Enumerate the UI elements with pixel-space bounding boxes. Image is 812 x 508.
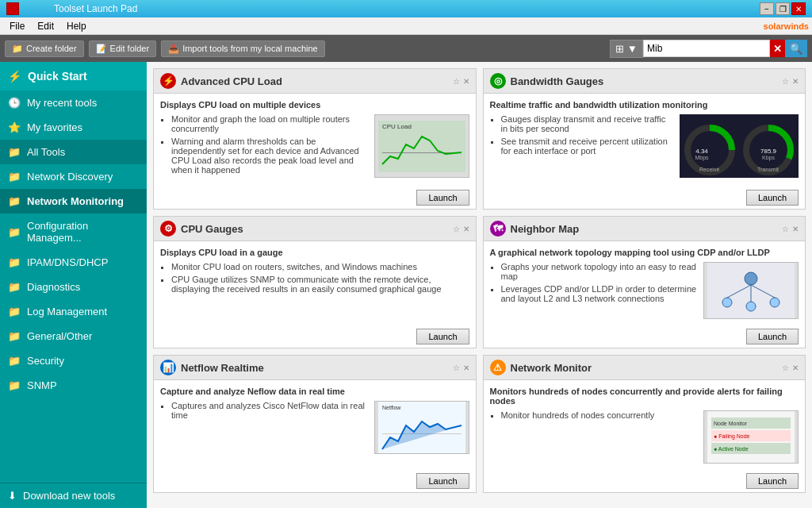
sidebar-item-security[interactable]: 📁 Security	[0, 348, 147, 373]
create-folder-button[interactable]: 📁 Create folder	[5, 40, 84, 57]
menu-edit[interactable]: Edit	[31, 19, 60, 33]
card-header-netflow: 📊 Netflow Realtime ☆ ✕	[154, 356, 476, 380]
star-icon[interactable]: ☆	[453, 225, 460, 233]
sidebar-bottom: ⬇ Download new tools	[0, 483, 147, 508]
toolbar: 📁 Create folder 📝 Edit folder 📥 Import t…	[0, 35, 812, 62]
svg-text:Node Monitor: Node Monitor	[714, 421, 748, 426]
quick-start-header[interactable]: ⚡ Quick Start	[0, 62, 147, 90]
sidebar-item-general[interactable]: 📁 General/Other	[0, 324, 147, 348]
import-tools-button[interactable]: 📥 Import tools from my local machine	[161, 40, 325, 57]
titlebar: Toolset Launch Pad − ❐ ✕	[0, 0, 812, 17]
close-icon[interactable]: ✕	[463, 364, 469, 372]
launch-bandwidth-button[interactable]: Launch	[746, 190, 799, 206]
sidebar-item-snmp[interactable]: 📁 SNMP	[0, 373, 147, 398]
svg-text:Kbps: Kbps	[762, 155, 775, 161]
launch-netflow-button[interactable]: Launch	[416, 473, 469, 489]
star-icon[interactable]: ☆	[782, 225, 789, 233]
network-monitor-icon: ⚠	[490, 360, 506, 375]
search-input[interactable]	[643, 40, 770, 57]
close-icon[interactable]: ✕	[792, 225, 799, 233]
launch-network-monitor-button[interactable]: Launch	[746, 473, 799, 489]
edit-folder-button[interactable]: 📝 Edit folder	[89, 40, 157, 57]
snmp-icon: 📁	[8, 379, 21, 391]
close-icon[interactable]: ✕	[792, 364, 799, 372]
tool-card-network-monitor: ⚠ Network Monitor ☆ ✕ Monitors hundreds …	[483, 355, 806, 493]
card-subtitle: Realtime traffic and bandwidth utilizati…	[490, 100, 799, 110]
star-icon[interactable]: ☆	[453, 364, 460, 372]
card-body-bandwidth: Realtime traffic and bandwidth utilizati…	[484, 94, 806, 187]
card-body-cpu-load: Displays CPU load on multiple devices Mo…	[154, 94, 476, 187]
card-subtitle: Capture and analyze Neflow data in real …	[160, 387, 469, 396]
menubar: File Edit Help solarwinds	[0, 17, 812, 35]
card-subtitle: Displays CPU load on multiple devices	[160, 100, 469, 110]
diagnostics-icon: 📁	[8, 281, 21, 293]
general-icon: 📁	[8, 330, 21, 342]
svg-point-17	[746, 302, 756, 311]
svg-point-18	[770, 298, 779, 307]
svg-text:4.34: 4.34	[695, 148, 708, 155]
close-button[interactable]: ✕	[791, 2, 806, 15]
ipam-icon: 📁	[8, 256, 21, 268]
sidebar-item-discovery[interactable]: 📁 Network Discovery	[0, 164, 147, 189]
folder-edit-icon: 📝	[96, 44, 107, 54]
card-header-neighbor-map: 🗺 Neighbor Map ☆ ✕	[484, 217, 806, 241]
card-body-neighbor-map: A graphical network topology mapping too…	[484, 241, 806, 325]
search-clear-button[interactable]: ✕	[770, 40, 785, 57]
launch-cpu-gauges-button[interactable]: Launch	[416, 329, 469, 344]
tools-grid: ⚡ Advanced CPU Load ☆ ✕ Displays CPU loa…	[147, 62, 812, 508]
close-icon[interactable]: ✕	[463, 77, 469, 86]
quick-start-icon: ⚡	[8, 70, 21, 83]
launch-neighbor-map-button[interactable]: Launch	[746, 329, 799, 344]
launch-cpu-load-button[interactable]: Launch	[416, 190, 469, 206]
svg-text:Transmit: Transmit	[757, 167, 779, 172]
minimize-button[interactable]: −	[760, 2, 774, 15]
sidebar-item-config[interactable]: 📁 Configuration Managem...	[0, 214, 147, 250]
star-icon[interactable]: ☆	[453, 77, 460, 86]
tool-card-bandwidth: ◎ Bandwidth Gauges ☆ ✕ Realtime traffic …	[483, 68, 806, 210]
favorites-icon: ⭐	[8, 121, 21, 133]
tool-card-netflow: 📊 Netflow Realtime ☆ ✕ Capture and analy…	[153, 355, 477, 493]
search-go-button[interactable]: 🔍	[785, 40, 807, 57]
security-icon: 📁	[8, 355, 21, 367]
card-header-cpu-gauges: ⚙ CPU Gauges ☆ ✕	[154, 217, 476, 241]
main-layout: ⚡ Quick Start 🕒 My recent tools ⭐ My fav…	[0, 62, 812, 508]
title-text: Toolset Launch Pad	[54, 3, 137, 14]
svg-text:Netflow: Netflow	[382, 405, 401, 410]
card-body-netflow: Capture and analyze Neflow data in real …	[154, 380, 476, 470]
close-icon[interactable]: ✕	[792, 77, 799, 86]
sidebar-item-diagnostics[interactable]: 📁 Diagnostics	[0, 275, 147, 299]
star-icon[interactable]: ☆	[782, 77, 789, 86]
grid-view-button[interactable]: ⊞ ▼	[610, 40, 643, 58]
neighbor-map-image	[703, 262, 799, 319]
svg-point-16	[722, 298, 732, 307]
log-icon: 📁	[8, 306, 21, 318]
tool-card-cpu-gauges: ⚙ CPU Gauges ☆ ✕ Displays CPU load in a …	[153, 216, 477, 348]
app-icon	[6, 2, 19, 15]
close-icon[interactable]: ✕	[463, 225, 469, 233]
sidebar-item-ipam[interactable]: 📁 IPAM/DNS/DHCP	[0, 250, 147, 275]
card-body-cpu-gauges: Displays CPU load in a gauge Monitor CPU…	[154, 241, 476, 325]
recent-icon: 🕒	[8, 97, 21, 109]
menu-help[interactable]: Help	[60, 19, 93, 33]
restore-button[interactable]: ❐	[776, 2, 790, 15]
sidebar-item-monitoring[interactable]: 📁 Network Monitoring	[0, 189, 147, 214]
sidebar-item-all[interactable]: 📁 All Tools	[0, 140, 147, 164]
all-tools-icon: 📁	[8, 146, 21, 158]
folder-add-icon: 📁	[12, 44, 23, 54]
star-icon[interactable]: ☆	[782, 364, 789, 372]
bandwidth-icon: ◎	[490, 73, 506, 89]
svg-text:Receive: Receive	[699, 167, 719, 172]
netflow-chart-image: Netflow	[374, 401, 469, 454]
tool-card-neighbor-map: 🗺 Neighbor Map ☆ ✕ A graphical network t…	[483, 216, 806, 348]
cpu-gauges-icon: ⚙	[160, 221, 176, 237]
sidebar-item-recent[interactable]: 🕒 My recent tools	[0, 90, 147, 115]
solarwinds-logo: solarwinds	[764, 21, 809, 31]
menu-file[interactable]: File	[3, 19, 31, 33]
svg-text:CPU Load: CPU Load	[382, 123, 412, 130]
config-icon: 📁	[8, 226, 21, 238]
sidebar-item-log[interactable]: 📁 Log Management	[0, 299, 147, 324]
svg-text:785.9: 785.9	[760, 148, 777, 155]
download-tools-button[interactable]: ⬇ Download new tools	[0, 483, 147, 508]
svg-text:Mbps: Mbps	[695, 155, 709, 161]
sidebar-item-favorites[interactable]: ⭐ My favorites	[0, 115, 147, 140]
